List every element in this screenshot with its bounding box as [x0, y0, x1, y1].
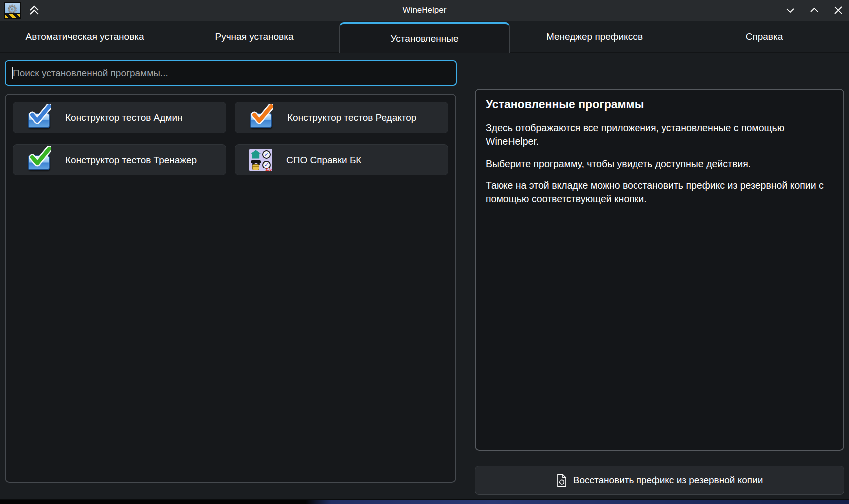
- version-badge: 2.5: [265, 167, 272, 171]
- program-button-spo-spravki-bk[interactable]: ✓ ✓ 2.5 СПО Справки БК: [235, 144, 448, 175]
- tab-installed[interactable]: Установленные: [339, 22, 510, 53]
- desktop-strip: [0, 500, 849, 504]
- tab-label: Справка: [746, 31, 783, 42]
- house-icon: [251, 150, 261, 159]
- restore-prefix-button[interactable]: Восстановить префикс из резервной копии: [475, 466, 844, 495]
- search-field-wrap: [5, 60, 457, 86]
- minimize-button[interactable]: [784, 4, 796, 16]
- checkbox-green-icon: [27, 148, 51, 172]
- info-panel: Установленные программы Здесь отображают…: [475, 89, 844, 451]
- tab-bar: Автоматическая установка Ручная установк…: [0, 21, 849, 53]
- spo-spravki-bk-icon: ✓ ✓ 2.5: [249, 149, 272, 171]
- program-label: Конструктор тестов Редактор: [287, 112, 416, 123]
- chevron-down-icon: [784, 4, 796, 16]
- window-title: WineHelper: [0, 5, 849, 15]
- maximize-button[interactable]: [808, 4, 820, 16]
- hazard-stripes: [5, 13, 20, 18]
- program-button-konstruktor-trenazher[interactable]: Конструктор тестов Тренажер: [13, 144, 226, 175]
- window-controls: [784, 0, 844, 21]
- tab-label: Установленные: [391, 33, 459, 44]
- restore-button-label: Восстановить префикс из резервной копии: [573, 475, 763, 486]
- coins-icon: [252, 164, 259, 170]
- chevron-up-icon: [808, 4, 820, 16]
- close-button[interactable]: [832, 4, 844, 16]
- app-menu-icon[interactable]: ⚙: [4, 2, 21, 19]
- info-panel-title: Установленные программы: [486, 98, 833, 111]
- tab-label: Автоматическая установка: [25, 31, 144, 42]
- installed-programs-panel: Конструктор тестов Админ Конструктор тес…: [5, 94, 456, 483]
- program-button-konstruktor-admin[interactable]: Конструктор тестов Админ: [13, 102, 226, 133]
- search-input[interactable]: [5, 60, 457, 86]
- tab-manual-install[interactable]: Ручная установка: [170, 21, 339, 52]
- program-button-konstruktor-redaktor[interactable]: Конструктор тестов Редактор: [235, 102, 448, 133]
- winehelper-window: ⚙ WineHelper Автоматическая установка Ру…: [0, 0, 849, 504]
- restore-document-icon: [556, 474, 567, 487]
- clock-check-icon: ✓: [262, 150, 271, 159]
- info-paragraph: Также на этой вкладке можно восстановить…: [486, 179, 833, 206]
- program-label: Конструктор тестов Админ: [65, 112, 183, 123]
- checkbox-blue-icon: [27, 106, 51, 130]
- info-paragraph: Выберите программу, чтобы увидеть доступ…: [486, 157, 833, 170]
- double-chevron-up-icon: [28, 4, 40, 16]
- x-icon: [833, 5, 844, 16]
- titlebar: ⚙ WineHelper: [0, 0, 849, 21]
- program-label: Конструктор тестов Тренажер: [65, 155, 197, 166]
- text-caret: [12, 67, 13, 79]
- shade-button[interactable]: [26, 2, 43, 19]
- checkbox-orange-icon: [249, 106, 273, 130]
- tab-prefix-manager[interactable]: Менеджер префиксов: [510, 21, 679, 52]
- info-paragraph: Здесь отображаются все приложения, устан…: [486, 121, 833, 149]
- tab-auto-install[interactable]: Автоматическая установка: [0, 21, 170, 52]
- tab-label: Ручная установка: [215, 31, 294, 42]
- tab-help[interactable]: Справка: [679, 21, 849, 52]
- tab-label: Менеджер префиксов: [546, 31, 643, 42]
- program-label: СПО Справки БК: [286, 155, 361, 166]
